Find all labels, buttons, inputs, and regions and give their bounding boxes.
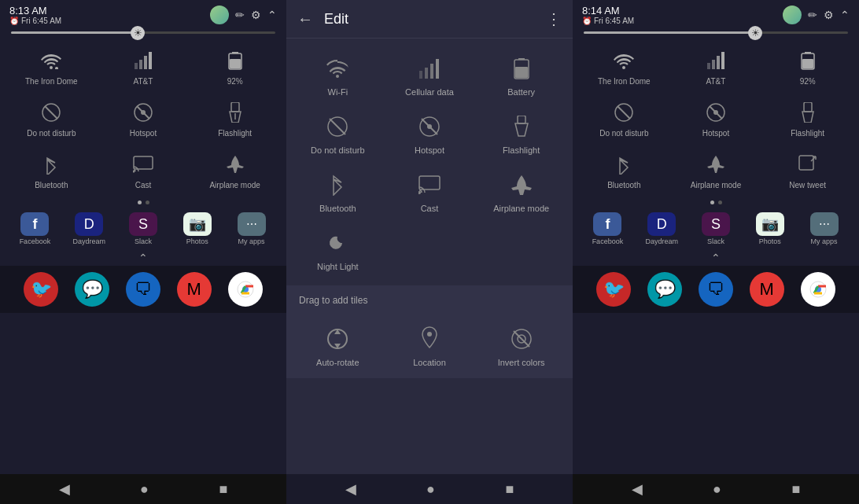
edit-tile-battery[interactable]: Battery xyxy=(476,45,566,101)
edit-airplane-icon xyxy=(506,169,537,200)
right-tile-airplane[interactable]: Airplane mode xyxy=(671,144,761,194)
right-app-photos[interactable]: 📷 Photos xyxy=(754,212,787,245)
right-nav-recent[interactable]: ■ xyxy=(791,481,800,498)
app-myapps[interactable]: ⋯ My apps xyxy=(235,212,268,245)
dock-chrome[interactable] xyxy=(228,272,263,307)
app-facebook[interactable]: f Facebook xyxy=(18,212,51,245)
svg-line-27 xyxy=(330,119,345,134)
right-tile-bluetooth[interactable]: Bluetooth xyxy=(579,144,669,194)
edit-nav-recent[interactable]: ■ xyxy=(505,481,514,498)
add-tile-autorotate[interactable]: Auto-rotate xyxy=(293,315,383,372)
dock-messages[interactable]: 💬 xyxy=(75,272,109,307)
tile-flashlight[interactable]: Flashlight xyxy=(190,92,280,142)
edit-tile-dnd[interactable]: Do not disturb xyxy=(293,103,383,160)
left-dock: 🐦 💬 🗨 M xyxy=(0,266,286,313)
drag-label: Drag to add tiles xyxy=(286,292,573,312)
settings-icon[interactable]: ⚙ xyxy=(251,9,261,21)
right-tile-newtweet[interactable]: New tweet xyxy=(762,144,853,194)
right-panel: 8:14 AM ⏰ Fri 6:45 AM ✏ ⚙ ⌃ The xyxy=(573,0,859,504)
svg-point-33 xyxy=(418,191,421,194)
tile-cast[interactable]: Cast xyxy=(98,144,189,194)
app-photos[interactable]: 📷 Photos xyxy=(181,212,214,245)
flashlight-icon xyxy=(221,98,249,127)
dock-gmail[interactable]: M xyxy=(177,272,212,307)
right-dock-gmail[interactable]: M xyxy=(750,272,784,307)
edit-tile-nightlight[interactable]: Night Light xyxy=(293,219,383,276)
right-nav-back[interactable]: ◀ xyxy=(632,480,643,498)
edit-tile-wifi[interactable]: Wi-Fi xyxy=(293,45,383,101)
edit-tile-cellular[interactable]: Cellular data xyxy=(385,45,475,101)
tile-bluetooth[interactable]: Bluetooth xyxy=(6,144,97,194)
expand-icon[interactable]: ⌃ xyxy=(267,9,277,21)
right-edit-icon[interactable]: ✏ xyxy=(808,9,817,21)
right-app-facebook[interactable]: f Facebook xyxy=(591,212,624,245)
svg-rect-1 xyxy=(135,63,138,69)
svg-point-30 xyxy=(427,124,432,129)
edit-icon[interactable]: ✏ xyxy=(235,9,245,21)
edit-bluetooth-icon xyxy=(322,169,353,200)
right-app-daydream[interactable]: D Daydream xyxy=(645,212,678,245)
right-dock-messages[interactable]: 💬 xyxy=(647,272,682,307)
right-settings-icon[interactable]: ⚙ xyxy=(824,9,834,21)
app-daydream[interactable]: D Daydream xyxy=(72,212,105,245)
left-brightness-track[interactable] xyxy=(11,31,275,34)
right-expand[interactable]: ⌃ xyxy=(573,250,859,266)
svg-rect-45 xyxy=(805,52,811,53)
edit-rotate-icon xyxy=(322,323,353,355)
tile-hotspot[interactable]: Hotspot xyxy=(98,92,189,142)
wifi-icon xyxy=(37,46,65,75)
edit-tile-airplane[interactable]: Airplane mode xyxy=(476,161,566,218)
tile-airplane[interactable]: Airplane mode xyxy=(190,144,280,194)
right-tile-dnd[interactable]: Do not disturb xyxy=(579,92,669,142)
edit-tile-hotspot[interactable]: Hotspot xyxy=(385,103,475,160)
tile-battery[interactable]: 92% xyxy=(190,40,280,90)
edit-nav-back[interactable]: ◀ xyxy=(345,480,356,498)
svg-rect-41 xyxy=(712,60,715,69)
right-tile-bluetooth-label: Bluetooth xyxy=(607,181,640,189)
left-expand[interactable]: ⌃ xyxy=(0,250,286,266)
dock-bird[interactable]: 🐦 xyxy=(24,272,58,307)
tile-flashlight-label: Flashlight xyxy=(218,129,252,138)
right-app-slack[interactable]: S Slack xyxy=(699,212,732,245)
dock-hangouts[interactable]: 🗨 xyxy=(126,272,160,307)
edit-tile-cellular-label: Cellular data xyxy=(405,87,454,97)
edit-tile-bluetooth[interactable]: Bluetooth xyxy=(293,161,383,218)
tile-wifi[interactable]: The Iron Dome xyxy=(6,40,97,90)
battery-icon xyxy=(221,46,249,75)
left-nav-recent[interactable]: ■ xyxy=(219,481,227,498)
right-app-myapps[interactable]: ⋯ My apps xyxy=(808,212,841,245)
tile-hotspot-label: Hotspot xyxy=(130,129,157,138)
right-dock-bird[interactable]: 🐦 xyxy=(596,272,631,307)
svg-rect-21 xyxy=(430,64,433,79)
tile-cellular[interactable]: AT&T xyxy=(98,40,189,90)
right-brightness[interactable] xyxy=(573,28,859,37)
edit-more-button[interactable]: ⋮ xyxy=(546,9,562,28)
edit-tile-cast[interactable]: Cast xyxy=(385,161,475,218)
tile-dnd[interactable]: Do not disturb xyxy=(6,92,97,142)
add-tile-location[interactable]: Location xyxy=(385,315,475,372)
left-brightness[interactable] xyxy=(0,28,286,37)
edit-nav-home[interactable]: ● xyxy=(426,481,435,498)
right-dock-hangouts[interactable]: 🗨 xyxy=(699,272,733,307)
hotspot-icon xyxy=(129,98,157,127)
right-tile-hotspot[interactable]: Hotspot xyxy=(671,92,761,142)
add-tile-invert-label: Invert colors xyxy=(498,358,545,367)
right-tile-cellular[interactable]: AT&T xyxy=(671,40,761,90)
right-tile-battery[interactable]: 92% xyxy=(762,40,853,90)
left-nav-back[interactable]: ◀ xyxy=(59,480,70,498)
right-tile-flashlight[interactable]: Flashlight xyxy=(762,92,853,142)
right-brightness-track[interactable] xyxy=(584,31,848,34)
svg-rect-22 xyxy=(436,59,439,79)
app-slack[interactable]: S Slack xyxy=(127,212,160,245)
right-nav-home[interactable]: ● xyxy=(713,481,721,498)
edit-tile-flashlight[interactable]: Flashlight xyxy=(476,103,566,160)
right-expand-icon[interactable]: ⌃ xyxy=(840,9,850,21)
right-dock-chrome[interactable] xyxy=(801,272,835,307)
add-tile-invert[interactable]: Invert colors xyxy=(476,315,566,372)
tile-cast-label: Cast xyxy=(135,181,152,189)
left-nav-home[interactable]: ● xyxy=(140,481,149,498)
edit-invert-icon xyxy=(506,323,537,355)
svg-rect-24 xyxy=(518,58,525,60)
right-tile-wifi[interactable]: The Iron Dome xyxy=(579,40,669,90)
edit-back-button[interactable]: ← xyxy=(297,10,313,28)
